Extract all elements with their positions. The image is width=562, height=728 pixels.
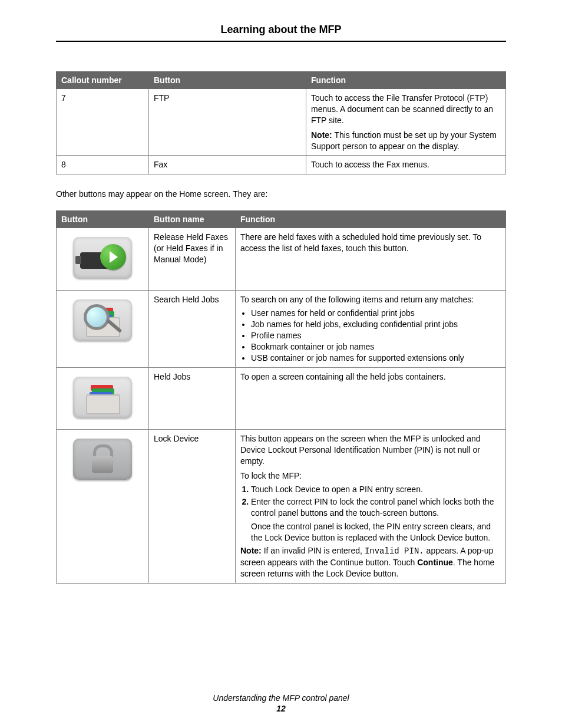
th-button: Button [57,211,149,228]
cell-function: There are held faxes with a scheduled ho… [236,228,506,291]
release-held-faxes-icon [73,237,132,278]
step-2: Enter the correct PIN to lock the contro… [251,496,501,543]
note-bold: Continue [417,558,453,567]
table-row: 8 Fax Touch to access the Fax menus. [57,156,506,174]
buttons-table: Button Button name Function Release Held… [56,210,506,584]
table-row: Lock Device This button appears on the s… [57,430,506,584]
lock-p2: To lock the MFP: [240,470,501,482]
cell-function: To open a screen containing all the held… [236,367,506,430]
page-title: Learning about the MFP [56,24,506,42]
step-2-text: Enter the correct PIN to lock the contro… [251,497,494,518]
lock-device-icon [73,439,132,480]
note-code: Invalid PIN. [365,546,424,556]
callout-table: Callout number Button Function 7 FTP Tou… [56,71,506,174]
step-1-bold: Lock Device [275,485,320,494]
list-item: Bookmark container or job names [251,341,501,353]
cell-icon [57,367,149,430]
table-row: 7 FTP Touch to access the File Transfer … [57,89,506,156]
search-bullets: User names for held or confidential prin… [240,308,501,363]
th-callout: Callout number [57,72,149,89]
cell-button-name: Search Held Jobs [149,291,236,367]
held-jobs-icon [73,377,132,418]
search-held-jobs-icon [73,299,132,341]
function-text: Touch to access the File Transfer Protoc… [311,93,501,126]
list-item: Profile names [251,330,501,341]
cell-icon [57,291,149,367]
step-1: Touch Lock Device to open a PIN entry sc… [251,484,501,495]
lock-steps: Touch Lock Device to open a PIN entry sc… [240,484,501,543]
list-item: Job names for held jobs, excluding confi… [251,319,501,330]
th-function: Function [306,72,506,89]
cell-callout: 8 [57,156,149,174]
cell-function: This button appears on the screen when t… [236,430,506,584]
step-1-post: to open a PIN entry screen. [320,485,423,494]
function-note: Note: This function must be set up by yo… [311,130,501,152]
cell-button-name: Release Held Faxes (or Held Faxes if in … [149,228,236,291]
intro-text: Other buttons may appear on the Home scr… [56,189,506,199]
cell-button-name: Held Jobs [149,367,236,430]
search-lead: To search on any of the following items … [240,294,501,305]
table-header-row: Button Button name Function [57,211,506,228]
note-label: Note: [240,546,262,555]
cell-button: Fax [149,156,306,174]
note-text: This function must be set up by your Sys… [311,130,497,151]
cell-function: Touch to access the Fax menus. [306,156,506,174]
cell-button: FTP [149,89,306,156]
lock-note: Note: If an invalid PIN is entered, Inva… [240,545,501,579]
cell-function: To search on any of the following items … [236,291,506,367]
th-name: Button name [149,211,236,228]
lock-p1: This button appears on the screen when t… [240,433,501,467]
th-function: Function [236,211,506,228]
table-header-row: Callout number Button Function [57,72,506,89]
cell-callout: 7 [57,89,149,156]
table-row: Held Jobs To open a screen containing al… [57,367,506,430]
cell-function: Touch to access the File Transfer Protoc… [306,89,506,156]
list-item: User names for held or confidential prin… [251,308,501,319]
note-a: If an invalid PIN is entered, [262,546,365,555]
table-row: Release Held Faxes (or Held Faxes if in … [57,228,506,291]
th-button: Button [149,72,306,89]
step-1-pre: Touch [251,485,275,494]
note-label: Note: [311,130,332,140]
cell-icon [57,228,149,291]
cell-button-name: Lock Device [149,430,236,584]
step-2-sub: Once the control panel is locked, the PI… [251,521,501,543]
table-row: Search Held Jobs To search on any of the… [57,291,506,367]
cell-icon [57,430,149,584]
list-item: USB container or job names for supported… [251,353,501,364]
